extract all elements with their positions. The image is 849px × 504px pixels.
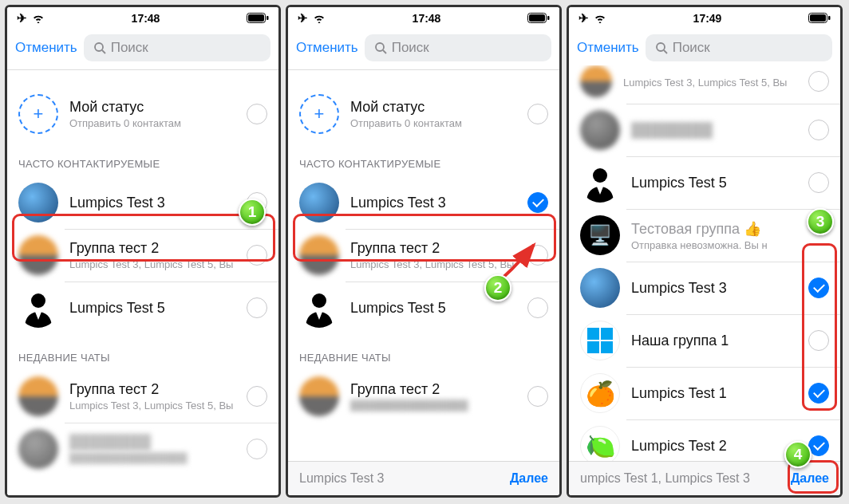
header: Отменить Поиск (7, 30, 278, 70)
checkbox[interactable] (808, 172, 829, 193)
search-input[interactable]: Поиск (646, 34, 832, 61)
header: Отменить Поиск (288, 30, 559, 70)
checkbox-checked[interactable] (808, 383, 829, 404)
contact-row[interactable]: Наша группа 1 (569, 314, 840, 367)
wifi-icon (313, 12, 326, 26)
svg-point-3 (95, 43, 103, 51)
cancel-button[interactable]: Отменить (577, 40, 639, 56)
contact-row[interactable]: Lumpics Test 3 (288, 176, 559, 229)
section-recent: НЕДАВНИЕ ЧАТЫ (288, 334, 559, 370)
section-recent: НЕДАВНИЕ ЧАТЫ (7, 334, 278, 370)
avatar (299, 183, 339, 222)
contact-name: Группа тест 2 (69, 381, 247, 398)
search-icon (655, 41, 668, 54)
contact-row[interactable]: Lumpics Test 1 (569, 367, 840, 419)
checkbox[interactable] (527, 245, 548, 266)
checkbox[interactable] (808, 330, 829, 351)
next-button[interactable]: Далее (510, 471, 548, 486)
contact-row[interactable]: Группа тест 2 Lumpics Test 3, Lumpics Te… (7, 229, 278, 282)
checkbox[interactable] (247, 439, 267, 459)
contact-row[interactable]: Группа тест 2 Lumpics Test 3, Lumpics Te… (288, 229, 559, 282)
avatar (18, 429, 58, 469)
callout-badge-4: 4 (784, 441, 811, 468)
avatar (580, 65, 612, 97)
checkbox-checked[interactable] (808, 278, 829, 298)
svg-rect-8 (547, 16, 550, 20)
my-status-title: Мой статус (69, 99, 247, 116)
wifi-icon (594, 12, 606, 26)
search-input[interactable]: Поиск (365, 34, 551, 61)
airplane-icon: ✈︎ (17, 11, 27, 26)
checkbox[interactable] (527, 297, 548, 318)
section-frequent: ЧАСТО КОНТАКТИРУЕМЫЕ (288, 140, 559, 176)
callout-badge-2: 2 (484, 274, 511, 301)
status-left: ✈︎ (17, 11, 45, 26)
checkbox[interactable] (808, 71, 829, 92)
checkbox[interactable] (247, 386, 267, 407)
contact-list: Мой статус Отправить 0 контактам ЧАСТО К… (288, 70, 559, 461)
svg-point-15 (657, 43, 665, 51)
my-status-row[interactable]: Мой статус Отправить 0 контактам (7, 88, 278, 140)
contact-name: Lumpics Test 5 (69, 300, 247, 317)
contact-row-partial[interactable]: Lumpics Test 3, Lumpics Test 5, Вы (569, 65, 840, 104)
selected-names: Lumpics Test 3 (299, 471, 503, 486)
avatar (580, 110, 620, 150)
avatar (299, 288, 339, 328)
contact-row[interactable]: Lumpics Test 3 (569, 262, 840, 314)
status-ring-icon (18, 94, 58, 134)
checkbox[interactable] (247, 104, 267, 124)
search-input[interactable]: Поиск (84, 34, 270, 61)
svg-point-11 (312, 293, 326, 308)
contact-name: Lumpics Test 3 (69, 195, 247, 211)
svg-line-10 (383, 50, 386, 53)
checkbox[interactable] (808, 120, 829, 140)
screen-2: ✈︎ 17:48 Отменить Поиск Мой статус Отпра… (286, 5, 562, 498)
checkbox-checked[interactable] (527, 192, 548, 213)
my-status-row[interactable]: Мой статус Отправить 0 контактам (288, 88, 559, 140)
battery-icon (808, 10, 831, 27)
contact-row[interactable]: Lumpics Test 5 (569, 156, 840, 209)
callout-badge-1: 1 (239, 199, 266, 226)
status-time: 17:48 (132, 12, 160, 25)
status-time: 17:48 (413, 12, 441, 25)
contact-row[interactable]: Группа тест 2 ████████████████ (288, 370, 559, 423)
status-time: 17:49 (693, 12, 722, 25)
svg-rect-14 (828, 16, 831, 20)
contact-members: ████████████████ (69, 452, 247, 464)
battery-icon (247, 10, 269, 27)
cancel-button[interactable]: Отменить (15, 40, 77, 56)
avatar (580, 321, 620, 360)
status-ring-icon (299, 94, 339, 134)
checkbox[interactable] (527, 386, 548, 407)
screen-3: ✈︎ 17:49 Отменить Поиск Lumpics Test 3, … (567, 5, 843, 498)
airplane-icon: ✈︎ (298, 11, 308, 26)
contact-row[interactable]: Группа тест 2 Lumpics Test 3, Lumpics Te… (7, 370, 278, 423)
avatar (580, 373, 620, 413)
svg-rect-2 (267, 16, 269, 20)
contact-row[interactable]: ████████ (569, 104, 840, 156)
screen-1: ✈︎ 17:48 Отменить Поиск Мой статус Отпра… (5, 5, 281, 498)
header: Отменить Поиск (569, 30, 840, 70)
search-icon (93, 41, 106, 54)
cancel-button[interactable]: Отменить (296, 40, 358, 56)
checkbox[interactable] (247, 297, 267, 318)
contact-row[interactable]: ████████ ████████████████ (7, 423, 278, 475)
svg-rect-7 (529, 14, 545, 22)
contact-row[interactable]: Lumpics Test 5 (7, 282, 278, 334)
svg-line-16 (664, 50, 667, 53)
contact-name: Группа тест 2 (69, 240, 247, 257)
checkbox[interactable] (527, 104, 548, 124)
contact-members: Lumpics Test 3, Lumpics Test 5, Вы (69, 400, 247, 411)
checkbox[interactable] (247, 245, 267, 266)
contact-list: Мой статус Отправить 0 контактам ЧАСТО К… (7, 70, 278, 495)
next-button[interactable]: Далее (791, 471, 829, 486)
search-placeholder: Поиск (111, 40, 148, 56)
status-bar: ✈︎ 17:48 (288, 7, 559, 30)
contact-row[interactable]: Lumpics Test 5 (288, 282, 559, 334)
contact-members: Lumpics Test 3, Lumpics Test 5, Вы (69, 258, 247, 270)
avatar (18, 183, 58, 222)
contact-row[interactable]: Тестовая группа 👍 Отправка невозможна. В… (569, 209, 840, 262)
search-icon (374, 41, 387, 54)
contact-row[interactable]: Lumpics Test 3 (7, 176, 278, 229)
avatar (580, 268, 620, 308)
